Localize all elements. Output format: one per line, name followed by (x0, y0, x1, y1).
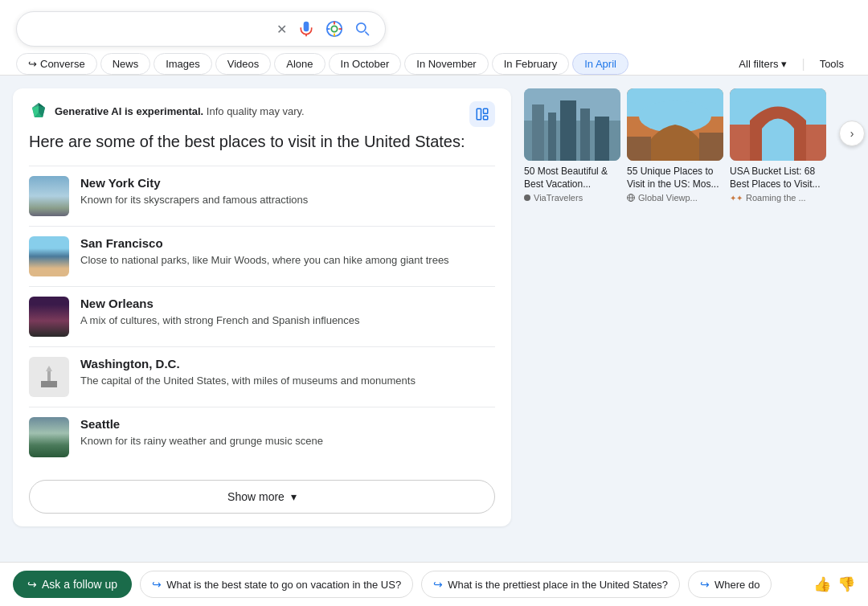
list-item: Washington, D.C. The capital of the Unit… (29, 346, 495, 407)
ai-header: Generative AI is experimental. Info qual… (29, 101, 305, 121)
place-info-sf: San Francisco Close to national parks, l… (80, 236, 449, 268)
image-card-title-3: USA Bucket List: 68 Best Places to Visit… (730, 166, 826, 190)
search-bar-area: travel in the united states best places … (0, 0, 868, 76)
place-thumb-sf (29, 236, 69, 276)
place-desc: Known for its rainy weather and grunge m… (80, 434, 323, 448)
panel-layout-icon[interactable] (469, 101, 495, 127)
filter-chip-converse[interactable]: ↪ Converse (16, 53, 97, 75)
image-thumbnail-1 (524, 88, 620, 161)
svg-rect-12 (484, 109, 488, 113)
october-label: In October (341, 58, 390, 70)
follow-up-icon: ↪ (27, 578, 37, 591)
follow-up-label: Ask a follow up (42, 578, 117, 591)
image-card-source-3: ✦✦ Roaming the ... (730, 193, 826, 203)
videos-label: Videos (227, 58, 260, 70)
svg-rect-22 (580, 109, 590, 161)
svg-rect-27 (627, 137, 651, 161)
image-card-3[interactable]: USA Bucket List: 68 Best Places to Visit… (730, 88, 826, 203)
all-filters-button[interactable]: All filters ▾ (731, 54, 795, 74)
suggestion-label-3: Where do (714, 579, 760, 591)
suggestion-chip-2[interactable]: ↪ What is the prettiest place in the Uni… (421, 571, 680, 598)
ai-panel: Generative AI is experimental. Info qual… (13, 88, 511, 526)
tools-label: Tools (820, 58, 844, 70)
bottom-right-actions: 👍 👎 (813, 575, 855, 593)
place-desc: Known for its skyscrapers and famous att… (80, 193, 308, 207)
place-name: New York City (80, 176, 308, 190)
show-more-label: Show more (227, 490, 285, 503)
list-item: New Orleans A mix of cultures, with stro… (29, 286, 495, 346)
google-lens-icon[interactable] (324, 18, 345, 39)
clear-button[interactable]: ✕ (275, 20, 289, 39)
search-input[interactable]: travel in the united states best places (30, 23, 268, 36)
image-card-source-1: ViaTravelers (524, 193, 620, 203)
image-card-1[interactable]: 50 Most Beautiful & Best Vacation... Via… (524, 88, 620, 203)
svg-point-1 (331, 26, 337, 31)
svg-rect-11 (477, 109, 481, 120)
ai-panel-header: Generative AI is experimental. Info qual… (29, 101, 495, 130)
show-more-button[interactable]: Show more ▾ (29, 480, 495, 514)
image-card-title-2: 55 Unique Places to Visit in the US: Mos… (627, 166, 723, 190)
images-label: Images (166, 58, 200, 70)
news-label: News (113, 58, 139, 70)
suggestion-label-2: What is the prettiest place in the Unite… (448, 579, 668, 591)
april-label: In April (584, 58, 616, 70)
thumbs-up-icon: 👍 (813, 576, 831, 592)
tools-button[interactable]: Tools (812, 54, 852, 74)
follow-up-button[interactable]: ↪ Ask a follow up (13, 571, 132, 598)
image-thumbnail-2 (627, 88, 723, 161)
place-info-no: New Orleans A mix of cultures, with stro… (80, 297, 360, 328)
images-row: 50 Most Beautiful & Best Vacation... Via… (524, 88, 855, 203)
image-thumbnail-3 (730, 88, 826, 161)
suggestion-arrow-icon-1: ↪ (152, 578, 162, 591)
thumbs-down-button[interactable]: 👎 (837, 575, 855, 593)
place-name: Washington, D.C. (80, 357, 416, 371)
suggestion-chip-3[interactable]: ↪ Where do (688, 571, 772, 598)
thumbs-up-button[interactable]: 👍 (813, 575, 831, 593)
carousel-next-button[interactable]: › (839, 121, 865, 146)
svg-rect-23 (595, 117, 609, 161)
source-name-1: ViaTravelers (534, 193, 583, 203)
converse-arrow-icon: ↪ (28, 58, 37, 70)
filter-chip-videos[interactable]: Videos (215, 53, 272, 75)
place-desc: The capital of the United States, with m… (80, 374, 416, 388)
svg-rect-21 (560, 100, 576, 161)
filter-chip-november[interactable]: In November (404, 53, 488, 75)
place-thumb-nyc (29, 176, 69, 216)
list-item: San Francisco Close to national parks, l… (29, 226, 495, 286)
filters-left: ↪ Converse News Images Videos Alone In O… (16, 53, 628, 75)
filter-chip-news[interactable]: News (100, 53, 151, 75)
images-panel: 50 Most Beautiful & Best Vacation... Via… (524, 88, 855, 526)
list-item: Seattle Known for its rainy weather and … (29, 407, 495, 467)
image-card-title-1: 50 Most Beautiful & Best Vacation... (524, 166, 620, 190)
image-card-2[interactable]: 55 Unique Places to Visit in the US: Mos… (627, 88, 723, 203)
filter-chip-october[interactable]: In October (329, 53, 402, 75)
filters-right: All filters ▾ | Tools (731, 54, 852, 74)
converse-label: Converse (40, 58, 85, 70)
search-input-wrapper: travel in the united states best places … (16, 11, 386, 47)
place-thumb-dc (29, 357, 69, 397)
svg-marker-16 (46, 366, 52, 371)
ai-badge-text: Generative AI is experimental. Info qual… (55, 105, 305, 117)
svg-rect-20 (548, 113, 556, 161)
search-button[interactable] (353, 19, 372, 39)
february-label: In February (504, 58, 557, 70)
suggestion-label-1: What is the best state to go on vacation… (166, 579, 401, 591)
main-content: Generative AI is experimental. Info qual… (0, 76, 868, 539)
filter-chip-alone[interactable]: Alone (274, 53, 325, 75)
place-info-nyc: New York City Known for its skyscrapers … (80, 176, 308, 207)
image-card-source-2: Global Viewp... (627, 193, 723, 203)
place-name: San Francisco (80, 236, 449, 250)
suggestion-chip-1[interactable]: ↪ What is the best state to go on vacati… (140, 571, 413, 598)
thumbs-down-icon: 👎 (837, 576, 855, 592)
filter-chip-february[interactable]: In February (492, 53, 569, 75)
filter-chip-april[interactable]: In April (572, 53, 628, 75)
microphone-icon[interactable] (297, 19, 316, 39)
svg-rect-28 (699, 133, 723, 161)
bottom-bar: ↪ Ask a follow up ↪ What is the best sta… (0, 562, 868, 606)
search-icons: ✕ (275, 18, 372, 39)
svg-rect-19 (532, 104, 544, 161)
suggestion-arrow-icon-2: ↪ (433, 578, 443, 591)
all-filters-label: All filters (739, 58, 778, 70)
filter-chip-images[interactable]: Images (154, 53, 212, 75)
chevron-down-icon: ▾ (291, 490, 297, 503)
